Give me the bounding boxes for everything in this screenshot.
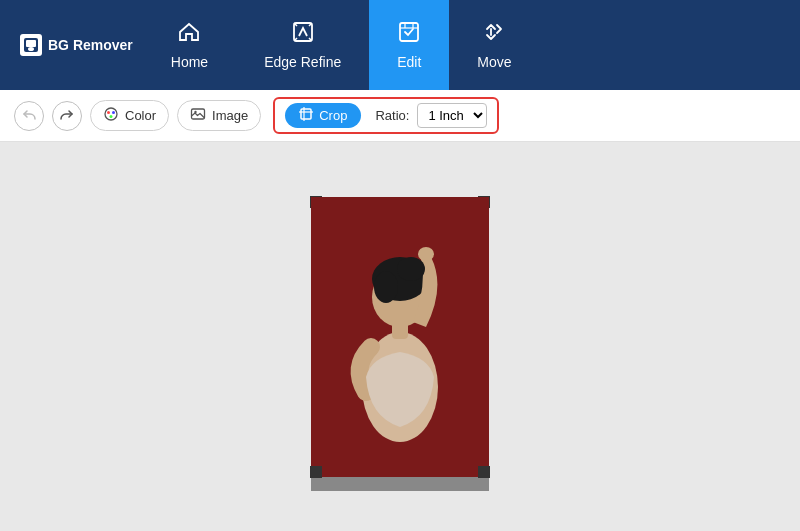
tab-home-label: Home (171, 54, 208, 70)
crop-section: Crop Ratio: Free 1:1 4:3 16:9 1 Inch 2 I… (273, 97, 499, 134)
svg-point-2 (28, 47, 34, 51)
edit-icon (397, 20, 421, 48)
tab-edge-refine[interactable]: Edge Refine (236, 0, 369, 90)
brand-icon (20, 34, 42, 56)
crop-button[interactable]: Crop (285, 103, 361, 128)
image-bottom-strip (311, 477, 489, 491)
svg-point-20 (418, 247, 434, 261)
crop-handle-bl[interactable] (310, 466, 322, 478)
color-icon (103, 106, 119, 125)
image-label: Image (212, 108, 248, 123)
svg-point-17 (374, 271, 398, 303)
tab-edit-label: Edit (397, 54, 421, 70)
crop-handle-br[interactable] (478, 466, 490, 478)
edge-refine-icon (291, 20, 315, 48)
ratio-select[interactable]: Free 1:1 4:3 16:9 1 Inch 2 Inch (417, 103, 487, 128)
redo-button[interactable] (52, 101, 82, 131)
ratio-label: Ratio: (375, 108, 409, 123)
navbar: BG Remover Home Edge Refine (0, 0, 800, 90)
tab-edge-refine-label: Edge Refine (264, 54, 341, 70)
tab-move-label: Move (477, 54, 511, 70)
crop-icon (299, 107, 313, 124)
color-label: Color (125, 108, 156, 123)
color-button[interactable]: Color (90, 100, 169, 131)
app-title: BG Remover (48, 37, 133, 53)
toolbar: Color Image Crop Ratio: (0, 90, 800, 142)
app-brand: BG Remover (10, 34, 143, 56)
svg-point-19 (397, 257, 425, 281)
image-icon (190, 106, 206, 125)
svg-rect-18 (392, 321, 408, 339)
svg-point-6 (107, 111, 110, 114)
tab-move[interactable]: Move (449, 0, 539, 90)
svg-rect-1 (26, 40, 36, 47)
image-container (311, 197, 489, 477)
svg-rect-11 (301, 109, 311, 119)
svg-point-8 (110, 115, 113, 118)
nav-tabs: Home Edge Refine (143, 0, 790, 90)
svg-point-7 (112, 111, 115, 114)
undo-button[interactable] (14, 101, 44, 131)
svg-point-10 (194, 111, 196, 113)
tab-edit[interactable]: Edit (369, 0, 449, 90)
tab-home[interactable]: Home (143, 0, 236, 90)
move-icon (482, 20, 506, 48)
image-button[interactable]: Image (177, 100, 261, 131)
image-background (311, 197, 489, 477)
crop-label: Crop (319, 108, 347, 123)
person-figure (311, 197, 489, 477)
svg-point-5 (105, 108, 117, 120)
home-icon (177, 20, 201, 48)
svg-rect-4 (400, 23, 418, 41)
canvas-area (0, 142, 800, 531)
